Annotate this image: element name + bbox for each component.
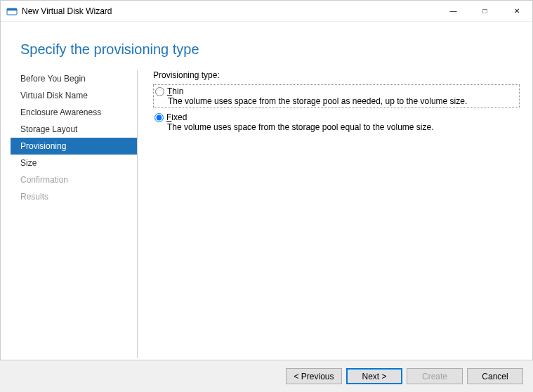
sidebar-item-enclosure-awareness[interactable]: Enclosure Awareness	[11, 104, 137, 121]
previous-button[interactable]: < Previous	[286, 368, 342, 384]
radio-thin-label: Thin	[167, 86, 183, 96]
sidebar-item-storage-layout[interactable]: Storage Layout	[11, 121, 137, 138]
cancel-button[interactable]: Cancel	[467, 368, 523, 384]
create-button: Create	[407, 368, 463, 384]
titlebar: New Virtual Disk Wizard — □ ✕	[1, 1, 532, 22]
sidebar-item-confirmation: Confirmation	[11, 171, 137, 188]
radio-fixed[interactable]	[154, 113, 164, 122]
provisioning-type-label: Provisioning type:	[153, 70, 520, 80]
wizard-body: Before You Begin Virtual Disk Name Enclo…	[1, 70, 532, 358]
sidebar-item-results: Results	[11, 188, 137, 205]
app-icon	[6, 6, 18, 17]
maximize-button[interactable]: □	[469, 1, 501, 22]
radio-thin-description: The volume uses space from the storage p…	[155, 96, 516, 106]
wizard-content: Provisioning type: Thin The volume uses …	[138, 70, 532, 358]
sidebar-item-size[interactable]: Size	[11, 155, 137, 171]
page-title: Specify the provisioning type	[1, 22, 532, 70]
next-button[interactable]: Next >	[346, 368, 402, 384]
window-title: New Virtual Disk Wizard	[22, 6, 437, 16]
sidebar-item-virtual-disk-name[interactable]: Virtual Disk Name	[11, 87, 137, 104]
radio-thin[interactable]	[155, 87, 164, 96]
wizard-sidebar: Before You Begin Virtual Disk Name Enclo…	[1, 70, 138, 358]
close-button[interactable]: ✕	[501, 1, 532, 22]
radio-fixed-label: Fixed	[166, 112, 187, 122]
wizard-footer: < Previous Next > Create Cancel	[0, 360, 533, 392]
minimize-button[interactable]: —	[437, 1, 469, 22]
radio-fixed-description: The volume uses space from the storage p…	[154, 122, 517, 132]
svg-rect-1	[7, 8, 17, 11]
radio-option-thin[interactable]: Thin The volume uses space from the stor…	[153, 84, 520, 108]
sidebar-item-before-you-begin[interactable]: Before You Begin	[11, 70, 137, 87]
radio-option-fixed[interactable]: Fixed The volume uses space from the sto…	[153, 111, 520, 133]
sidebar-item-provisioning[interactable]: Provisioning	[11, 138, 137, 155]
